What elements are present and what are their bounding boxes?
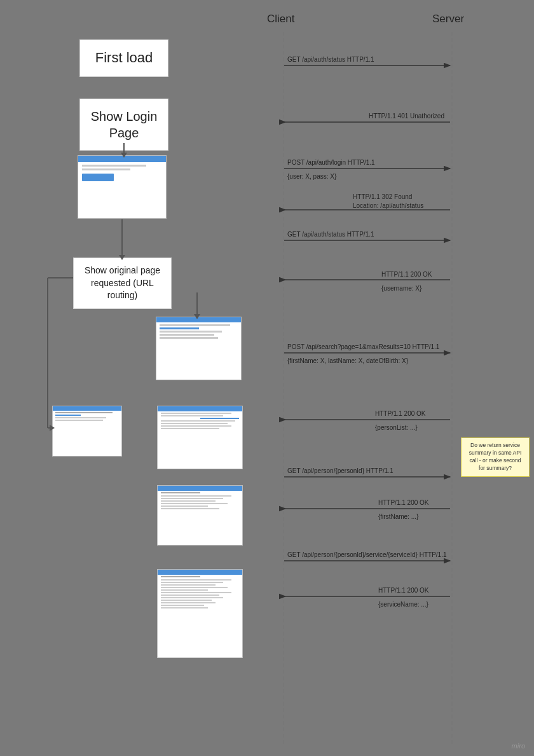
arrow-6-label: HTTP/1.1 200 OK xyxy=(381,271,432,278)
arrow-3b-label: {user: X, pass: X} xyxy=(287,173,336,180)
left-panel: First load Show Login Page Show original… xyxy=(0,0,248,756)
search-results-thumb xyxy=(157,406,243,469)
first-load-box: First load xyxy=(79,39,168,77)
arrow-9-label: GET /api/person/{personId} HTTP/1.1 xyxy=(287,467,394,474)
arrow-5-label: GET /api/auth/status HTTP/1.1 xyxy=(287,231,374,238)
arrow-7b-label: {firstName: X, lastName: X, dateOfBirth:… xyxy=(287,357,408,364)
arrow-6b-label: {username: X} xyxy=(381,285,421,292)
arrow-10-label: HTTP/1.1 200 OK xyxy=(378,499,428,506)
arrow-8-label: HTTP/1.1 200 OK xyxy=(375,410,425,417)
miro-watermark: miro xyxy=(512,742,525,750)
first-load-label: First load xyxy=(95,50,153,65)
show-login-label: Show Login Page xyxy=(91,109,158,140)
person-detail-thumb xyxy=(157,485,243,546)
login-screen-thumb xyxy=(78,155,167,219)
main-container: First load Show Login Page Show original… xyxy=(0,0,534,756)
arrow-10b-label: {firstName: ...} xyxy=(378,513,418,520)
arrow-2-label: HTTP/1.1 401 Unathorized xyxy=(369,113,444,120)
sticky-note: Do we return service summary in same API… xyxy=(461,437,530,477)
arrow-4-label: HTTP/1.1 302 FoundLocation: /api/auth/st… xyxy=(353,193,423,210)
arrow-1-label: GET /api/auth/status HTTP/1.1 xyxy=(287,56,374,63)
arrow-11-label: GET /api/person/{personId}/service/{serv… xyxy=(287,551,447,558)
arrow-7-label: POST /api/search?page=1&maxResults=10 HT… xyxy=(287,343,439,350)
arrow-12-label: HTTP/1.1 200 OK xyxy=(378,587,428,594)
show-login-box: Show Login Page xyxy=(79,99,168,151)
search-list-thumb xyxy=(52,406,122,457)
search-screen-thumb xyxy=(156,317,242,380)
arrow-3-label: POST /api/auth/login HTTP/1.1 xyxy=(287,159,375,166)
arrow-8b-label: {personList: ...} xyxy=(375,424,418,431)
arrow-12b-label: {serviceName: ...} xyxy=(378,601,428,608)
sequence-diagram: Client Server xyxy=(248,0,534,756)
show-original-label: Show original page requested (URL routin… xyxy=(85,265,160,300)
show-original-box: Show original page requested (URL routin… xyxy=(73,258,172,309)
service-detail-thumb xyxy=(157,569,243,658)
